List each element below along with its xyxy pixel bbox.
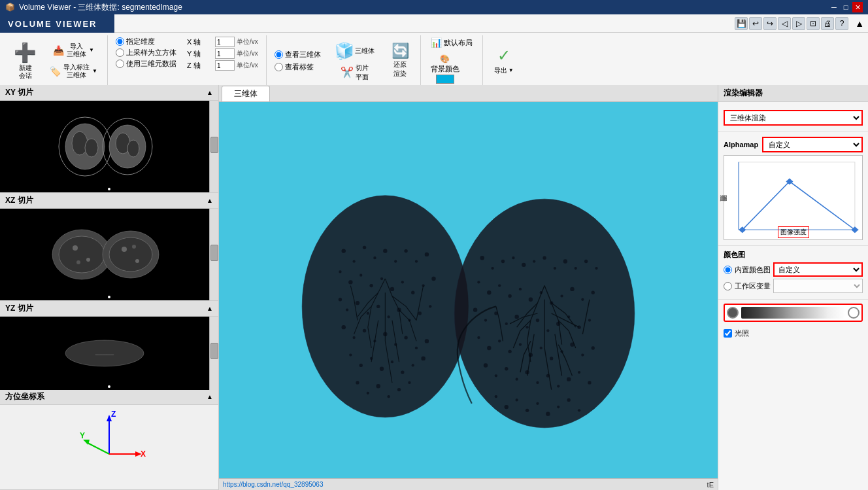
- alphamap-chart[interactable]: 不透明度: [724, 155, 863, 240]
- xy-scrollbar[interactable]: [209, 101, 218, 192]
- xz-canvas: [0, 209, 209, 300]
- svg-point-102: [498, 284, 501, 287]
- lighting-checkbox[interactable]: [724, 329, 732, 338]
- svg-point-111: [592, 291, 595, 294]
- svg-point-37: [363, 246, 366, 249]
- x-axis-input[interactable]: [215, 37, 235, 47]
- gradient-circle-left[interactable]: [727, 307, 739, 319]
- svg-point-149: [516, 398, 518, 401]
- svg-point-115: [505, 323, 508, 325]
- spatial-radios: 指定维度 上采样为立方体 使用三维元数据: [113, 35, 179, 70]
- ribbon-icon-6[interactable]: ⊡: [807, 17, 820, 30]
- gradient-bar: [741, 307, 845, 319]
- status-bar: https://blog.csdn.net/qq_32895063 tE: [219, 478, 718, 490]
- ribbon-icon-4[interactable]: ◁: [778, 17, 791, 30]
- render-type-section: 三维体渲染 最大密度投影 等值面: [718, 102, 868, 131]
- coord-minimize[interactable]: ▲: [207, 393, 213, 400]
- default-layout-label: 默认布局: [444, 38, 473, 48]
- ribbon-icon-1[interactable]: 💾: [735, 17, 748, 30]
- bg-color-icon: 🎨: [440, 54, 450, 63]
- ribbon-icon-3[interactable]: ↪: [763, 17, 776, 30]
- minimize-button[interactable]: ─: [829, 2, 839, 12]
- svg-point-59: [388, 315, 390, 318]
- y-axis-label: Y 轴: [187, 49, 213, 59]
- radio-view-3d[interactable]: [275, 50, 283, 59]
- left-panel: XY 切片 ▲: [0, 85, 219, 490]
- svg-point-86: [408, 381, 410, 384]
- svg-point-53: [431, 277, 435, 281]
- svg-point-45: [348, 280, 352, 284]
- ribbon-icon-7[interactable]: 🖨: [821, 17, 834, 30]
- bg-color-label: 背景颜色: [431, 64, 459, 74]
- status-link[interactable]: https://blog.csdn.net/qq_32895063: [223, 481, 323, 488]
- radio-metadata[interactable]: [116, 60, 124, 68]
- close-button[interactable]: ✕: [852, 2, 863, 12]
- gradient-circle-right[interactable]: [848, 307, 860, 319]
- xz-header: XZ 切片 ▲: [0, 193, 218, 209]
- 3d-view-label: 三维体: [355, 46, 375, 56]
- yz-section: YZ 切片 ▲ ─────: [0, 301, 218, 389]
- maximize-button[interactable]: □: [841, 2, 851, 12]
- radio-view-label[interactable]: [275, 63, 283, 71]
- yz-canvas: ─────: [0, 317, 209, 390]
- svg-point-96: [563, 259, 567, 263]
- 3d-view-button[interactable]: 🧊 三维体: [329, 40, 380, 62]
- yz-scroll-thumb[interactable]: [210, 343, 218, 359]
- svg-point-153: [557, 406, 559, 408]
- y-axis-input[interactable]: [215, 48, 235, 59]
- xy-minimize[interactable]: ▲: [207, 89, 213, 96]
- svg-point-146: [588, 381, 591, 384]
- radio-workspace[interactable]: [724, 282, 732, 290]
- xy-canvas: [0, 101, 209, 192]
- background-color-button[interactable]: 🎨 背景颜色: [426, 52, 464, 86]
- svg-point-152: [546, 411, 550, 415]
- xy-scroll-thumb[interactable]: [210, 137, 218, 153]
- restore-label: 还原渲染: [393, 60, 407, 79]
- yz-scrollbar[interactable]: [209, 317, 218, 390]
- colormap-builtin-select[interactable]: 自定义 灰度 热图: [773, 262, 863, 277]
- z-axis-input[interactable]: [215, 60, 235, 71]
- colormap-builtin-label: 内置颜色图: [735, 265, 771, 275]
- alphamap-label: Alphamap: [724, 141, 758, 149]
- svg-point-38: [373, 256, 376, 259]
- import-3d-button[interactable]: 📥 导入三维体 ▼: [45, 41, 102, 60]
- svg-point-39: [383, 249, 387, 253]
- slice-button[interactable]: ✂️ 切片平面: [329, 63, 380, 82]
- radio-view-3d-label: 查看三维体: [285, 50, 321, 60]
- radio-builtin[interactable]: [724, 266, 732, 274]
- svg-point-56: [356, 301, 359, 305]
- svg-point-18: [76, 260, 80, 264]
- xz-scrollbar[interactable]: [209, 209, 218, 300]
- ribbon-collapse-icon[interactable]: ▲: [855, 18, 864, 29]
- restore-render-button[interactable]: 🔄 还原渲染: [386, 43, 415, 79]
- svg-point-94: [542, 256, 546, 260]
- 3d-tab[interactable]: 三维体: [222, 86, 270, 101]
- colormap-workspace-select[interactable]: [773, 279, 863, 293]
- alphamap-select[interactable]: 自定义 线性 阶梯: [762, 137, 863, 152]
- export-button[interactable]: ✓ 导出 ▼: [488, 43, 520, 79]
- radio-upsample[interactable]: [116, 48, 124, 57]
- xlabel-text: 图像强度: [778, 226, 809, 238]
- default-layout-button[interactable]: 📊 默认布局: [426, 35, 477, 50]
- colormap-section: 颜色图 内置颜色图 自定义 灰度 热图 工作区变量: [718, 246, 868, 299]
- ribbon-icon-2[interactable]: ↩: [749, 17, 762, 30]
- render-type-select[interactable]: 三维体渲染 最大密度投影 等值面: [724, 110, 863, 126]
- yz-minimize[interactable]: ▲: [207, 305, 213, 312]
- ribbon-icon-8[interactable]: ?: [835, 17, 848, 30]
- svg-rect-157: [739, 162, 855, 230]
- ribbon-icon-5[interactable]: ▷: [792, 17, 805, 30]
- svg-point-13: [109, 237, 152, 271]
- svg-point-48: [380, 277, 383, 280]
- new-session-button[interactable]: ➕ 新建会话: [8, 39, 42, 83]
- lighting-label: 光照: [735, 328, 749, 338]
- svg-point-151: [536, 402, 539, 405]
- yz-title: YZ 切片: [5, 303, 33, 314]
- xz-minimize[interactable]: ▲: [207, 197, 213, 204]
- y-unit-label: 单位/vx: [237, 49, 258, 58]
- import-label-button[interactable]: 🏷️ 导入标注三维体 ▼: [45, 61, 102, 81]
- svg-point-118: [536, 319, 539, 322]
- 3d-view-content[interactable]: https://blog.csdn.net/qq_32895063 tE: [219, 102, 718, 490]
- xz-scroll-thumb[interactable]: [210, 245, 218, 261]
- gradient-section: [718, 299, 868, 326]
- radio-specify[interactable]: [116, 37, 124, 46]
